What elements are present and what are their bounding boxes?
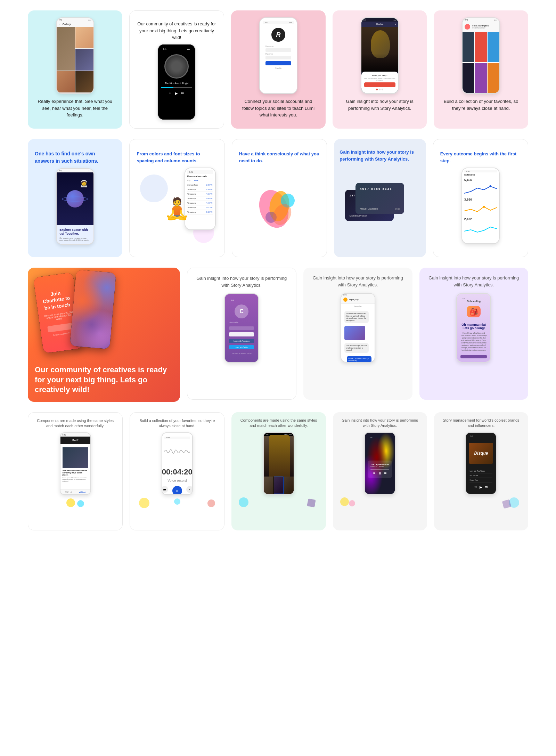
- personal-records-area: 🧘 9:41 Personal records Day Week Aver: [137, 168, 217, 250]
- onboarding-screen: 9:41 Onboarding 🎒 Oh mamma mia! Lets go …: [457, 294, 490, 362]
- chat-date: Yesterday: [341, 304, 375, 309]
- dark-track-1[interactable]: Love Me Two Times: [469, 469, 492, 473]
- personal-records-tabs: Day Week: [187, 179, 213, 181]
- record-timestamp-6: Timestamp 6:58 / MI: [187, 210, 213, 214]
- astronaut-icon: 🧑‍🚀: [80, 179, 88, 188]
- next-icon[interactable]: ⏭: [181, 91, 184, 95]
- signin-button[interactable]: [265, 61, 291, 65]
- fireworks-track-name: The Cigarette Duet: [370, 463, 389, 465]
- thumb-1[interactable]: [264, 477, 273, 494]
- profile-cell-2: [475, 32, 487, 62]
- chat-bubble-3[interactable]: Peace On Earth is Enough But For My: [347, 356, 371, 363]
- profile-avatar: [465, 24, 470, 30]
- chat-image: [344, 326, 365, 340]
- profile-cell-3: [488, 32, 499, 62]
- password-field[interactable]: [265, 56, 291, 59]
- join-title: Join Charlotte to be in touch: [40, 288, 72, 311]
- gallery-cell-4: [57, 71, 75, 92]
- dark-track-2[interactable]: Hot To Get: [469, 473, 492, 478]
- username-field[interactable]: [265, 48, 291, 52]
- fireworks-screen: 9:41 The Cigarette Duet Princess Chelsea…: [365, 433, 395, 494]
- signup-link[interactable]: Sign Up: [265, 67, 291, 69]
- fireworks-deco: [338, 497, 422, 511]
- phone-gallery-screen: 9:41 ●●● ← Gallery: [57, 18, 93, 93]
- fireworks-play[interactable]: ⏸: [378, 472, 382, 475]
- purple-username-label: giovannatac: [229, 321, 238, 323]
- replica-face-area: [361, 27, 398, 72]
- onboarding-next-button[interactable]: [460, 355, 487, 358]
- phone-article: 9:41 Sniff And this invention would cert…: [60, 432, 91, 495]
- recorder-controls: ⏮ ⏸ ✓: [162, 486, 193, 495]
- phone-onboarding: 9:41 Onboarding 🎒 Oh mamma mia! Lets go …: [456, 293, 491, 363]
- purple-status: 9:41: [229, 298, 254, 302]
- dark-music-status: 9:41: [468, 435, 494, 438]
- big-card-caption: Our community of creatives is ready for …: [28, 358, 180, 402]
- purple-login-button[interactable]: [229, 332, 254, 336]
- phone-chat: 9:41 Miguel, Any Yesterday You assistant…: [341, 293, 375, 363]
- card-caption-profiles: Build a collection of your favorites, so…: [441, 98, 521, 112]
- deco-pink: [349, 500, 355, 506]
- profiles-screen: 9:41 ●●● Flora Harrington Post Photo Sto…: [463, 18, 499, 93]
- chat-bubble-1: You assistant someone to Alice, so we're…: [344, 311, 369, 323]
- profiles-header: Flora Harrington Post Photo Story: [463, 22, 499, 32]
- profile-cell-1: [463, 32, 474, 62]
- photo-screen: 9:41 Back ● Next: [264, 433, 294, 494]
- stat-line-3: [464, 223, 497, 234]
- dot-cyan: [77, 500, 84, 507]
- phone-fireworks: 9:41 The Cigarette Duet Princess Chelsea…: [364, 432, 395, 495]
- fireworks-progress[interactable]: [370, 469, 389, 470]
- dark-play[interactable]: ▶: [480, 485, 482, 489]
- purple-signup-text[interactable]: Don't have an account? Sign up: [232, 352, 252, 354]
- stat-line-2: [464, 204, 497, 214]
- stats-screen: 9:41 Statistics 5,456 3,890: [462, 168, 499, 243]
- card-gallery: 9:41 ●●● ← Gallery: [28, 10, 122, 129]
- card-photo: Components are made using the same style…: [231, 412, 326, 530]
- replica-next-button[interactable]: [364, 82, 395, 87]
- replica-help-text: Need and description of what is supposed…: [364, 78, 395, 81]
- onboarding-title: Oh mamma mia! Lets go hiking!: [460, 323, 487, 330]
- card-voice-recorder: Build a collection of your favorites, so…: [130, 412, 224, 530]
- purple-logo: C: [235, 304, 248, 318]
- thumb-2[interactable]: [274, 477, 284, 494]
- article-title: And this invention would certainly have …: [63, 470, 88, 476]
- card-replica: 9:41 ●●● ← Replica ✕ N: [333, 10, 427, 129]
- purple-login-caption: Gain insight into how your story is perf…: [194, 275, 289, 288]
- gallery-cell-3: [75, 49, 93, 70]
- recorder-rewind[interactable]: ⏮: [162, 486, 168, 493]
- join-input[interactable]: [47, 323, 73, 332]
- fireworks-prev[interactable]: ⏮: [373, 472, 376, 475]
- photo-thumbnails: [264, 477, 294, 494]
- purple-twitter-button[interactable]: Login with Twitter: [229, 345, 254, 349]
- waveform-svg: [164, 446, 190, 457]
- dark-prev[interactable]: ⏮: [474, 485, 477, 489]
- row-4: Components are made using the same style…: [28, 412, 528, 530]
- row-1: 9:41 ●●● ← Gallery: [28, 10, 528, 129]
- chat-header: Miguel, Any: [341, 296, 375, 304]
- thumb-3[interactable]: [284, 477, 294, 494]
- deco-purple: [307, 498, 316, 507]
- card-fireworks: Gain insight into how your story is perf…: [333, 412, 427, 530]
- card-name-back: Miguel Davidson: [349, 214, 367, 217]
- think-title: Have a think consciously of what you nee…: [239, 151, 320, 164]
- card-chat: Gain insight into how your story is perf…: [303, 268, 412, 400]
- join-forgot[interactable]: Forgot password?: [53, 332, 70, 336]
- music-progress-bar[interactable]: [161, 87, 192, 88]
- prev-icon[interactable]: ⏮: [169, 91, 172, 95]
- deco-cyan-2: [239, 497, 248, 507]
- purple-facebook-button[interactable]: Login with Facebook: [229, 339, 254, 343]
- svg-point-5: [489, 185, 491, 187]
- play-icon[interactable]: ▶: [175, 91, 178, 95]
- dark-next[interactable]: ⏭: [485, 485, 488, 489]
- fireworks-next[interactable]: ⏭: [384, 472, 387, 475]
- recorder-forward[interactable]: ✓: [186, 486, 193, 493]
- status-bar: 9:41 ●●●: [57, 18, 93, 22]
- card-caption-replica: Gain insight into how your story is perf…: [340, 98, 420, 112]
- card-expiry: 07/17: [395, 208, 400, 210]
- purple-username-field[interactable]: [229, 326, 254, 330]
- recorder-play[interactable]: ⏸: [172, 486, 182, 495]
- timer-label: Voice record: [167, 479, 187, 482]
- card-personal-records: From colors and font-sizes to spacing an…: [129, 139, 224, 257]
- music-album-art: [164, 54, 189, 79]
- music-player-screen: 9:41 ●●● The Kids Aren't Alright ⏮ ▶ ⏭: [158, 44, 195, 120]
- dark-track-3[interactable]: Heard You: [469, 478, 492, 482]
